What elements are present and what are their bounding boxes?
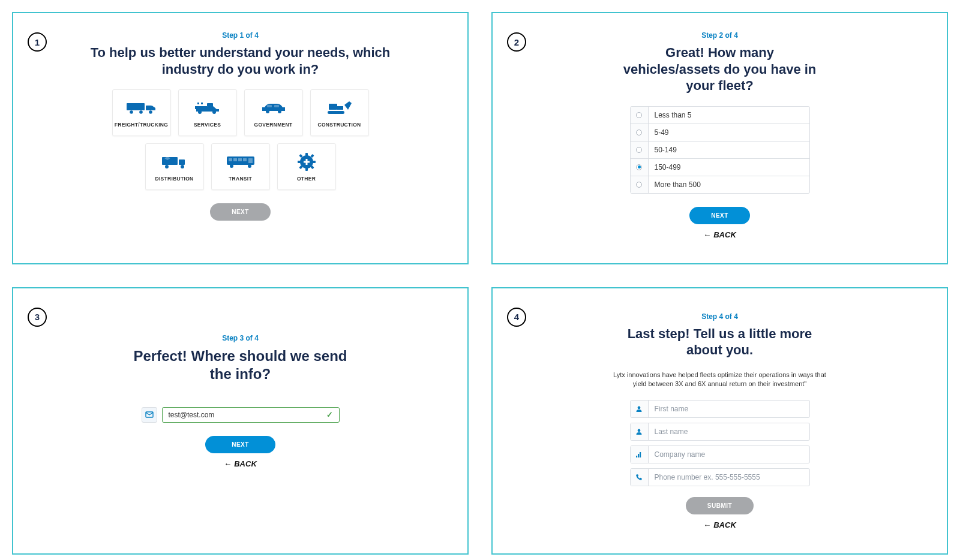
step-badge: 4: [507, 308, 526, 327]
first-name-field[interactable]: First name: [630, 400, 810, 418]
fleet-size-radio-group: Less than 5 5-49 50-149 150-499 More tha…: [630, 106, 810, 194]
svg-rect-26: [229, 158, 232, 161]
back-link[interactable]: BACK: [512, 520, 928, 529]
svg-rect-28: [238, 158, 242, 161]
email-value: test@test.com: [169, 411, 326, 419]
svg-rect-35: [305, 167, 308, 171]
svg-rect-0: [127, 103, 145, 110]
tile-other[interactable]: OTHER: [277, 143, 336, 190]
svg-rect-9: [197, 103, 199, 104]
person-icon: [631, 401, 649, 417]
svg-rect-22: [179, 159, 185, 165]
svg-point-7: [198, 110, 202, 114]
step-heading: Last step! Tell us a little more about y…: [612, 326, 828, 359]
step3-panel: 3 Step 3 of 4 Perfect! Where should we s…: [12, 287, 469, 555]
step-label: Step 4 of 4: [512, 312, 928, 321]
tile-distribution[interactable]: DISTRIBUTION: [145, 143, 204, 190]
steps-grid: 1 Step 1 of 4 To help us better understa…: [12, 12, 948, 555]
radio-dot: [636, 164, 642, 170]
svg-point-3: [139, 110, 143, 114]
check-icon: ✓: [326, 410, 333, 419]
svg-point-23: [165, 165, 169, 168]
radio-label: More than 500: [649, 180, 707, 189]
last-name-field[interactable]: Last name: [630, 423, 810, 441]
svg-rect-13: [267, 105, 272, 107]
person-icon: [631, 423, 649, 440]
bulldozer-icon: [326, 98, 353, 118]
car-icon: [261, 98, 286, 118]
radio-option-less-than-5[interactable]: Less than 5: [631, 107, 809, 124]
field-placeholder: Phone number ex. 555-555-5555: [655, 473, 760, 481]
next-button[interactable]: NEXT: [689, 207, 750, 224]
radio-option-more-than-500[interactable]: More than 500: [631, 176, 809, 193]
step-badge: 2: [507, 32, 526, 52]
svg-point-24: [181, 165, 184, 168]
svg-rect-15: [329, 104, 337, 110]
field-placeholder: First name: [655, 405, 689, 413]
svg-point-19: [334, 112, 336, 114]
next-button[interactable]: NEXT: [210, 203, 271, 221]
svg-rect-29: [243, 158, 247, 161]
svg-point-18: [329, 112, 332, 114]
svg-rect-6: [207, 103, 213, 107]
step-label: Step 1 of 4: [32, 31, 448, 40]
tile-services[interactable]: SERVICES: [178, 89, 237, 136]
tile-government[interactable]: GOVERNMENT: [244, 89, 303, 136]
svg-point-12: [278, 110, 281, 113]
svg-point-46: [638, 429, 641, 432]
tile-label: CONSTRUCTION: [317, 122, 361, 128]
next-button[interactable]: NEXT: [205, 436, 275, 453]
svg-point-2: [130, 110, 133, 114]
field-placeholder: Company name: [655, 450, 706, 459]
svg-rect-43: [304, 161, 310, 163]
phone-icon: [631, 469, 649, 486]
email-field-wrap: test@test.com ✓: [142, 407, 340, 423]
radio-label: 50-149: [649, 146, 683, 154]
tile-label: OTHER: [297, 176, 316, 182]
submit-button[interactable]: SUBMIT: [686, 497, 754, 514]
radio-dot: [636, 147, 642, 153]
contact-form: First name Last name Company name Phone …: [630, 400, 810, 486]
svg-rect-30: [248, 158, 253, 163]
tile-label: DISTRIBUTION: [155, 176, 193, 182]
company-name-field[interactable]: Company name: [630, 445, 810, 463]
svg-rect-10: [201, 103, 203, 104]
pickup-icon: [194, 98, 221, 118]
svg-rect-34: [305, 153, 308, 156]
email-input[interactable]: test@test.com ✓: [162, 407, 340, 423]
back-link[interactable]: BACK: [512, 230, 928, 239]
svg-point-31: [230, 164, 233, 168]
gear-plus-icon: [298, 152, 316, 172]
radio-label: Less than 5: [649, 111, 698, 119]
svg-rect-37: [312, 161, 316, 163]
truck-icon: [127, 98, 157, 118]
step-label: Step 3 of 4: [32, 334, 448, 342]
step-subtext: Lytx innovations have helped fleets opti…: [606, 371, 834, 390]
step2-panel: 2 Step 2 of 4 Great! How many vehicles/a…: [491, 12, 948, 264]
step-heading: Perfect! Where should we send the info?: [127, 347, 355, 383]
radio-label: 150-499: [649, 163, 687, 171]
svg-rect-14: [274, 105, 279, 107]
svg-rect-27: [233, 158, 237, 161]
tile-construction[interactable]: CONSTRUCTION: [310, 89, 369, 136]
back-link[interactable]: BACK: [32, 459, 448, 468]
phone-field[interactable]: Phone number ex. 555-555-5555: [630, 468, 810, 486]
svg-rect-47: [636, 456, 637, 457]
radio-option-50-149[interactable]: 50-149: [631, 141, 809, 159]
svg-point-45: [638, 407, 641, 410]
tile-freight-trucking[interactable]: FREIGHT/TRUCKING: [112, 89, 171, 136]
step-badge: 1: [28, 32, 47, 52]
step-heading: Great! How many vehicles/assets do you h…: [618, 44, 822, 94]
radio-dot: [636, 112, 642, 118]
industry-tiles: FREIGHT/TRUCKING SERVICES GOVERNMENT CON…: [109, 89, 373, 190]
step-heading: To help us better understand your needs,…: [85, 44, 397, 77]
tile-label: FREIGHT/TRUCKING: [115, 122, 168, 128]
tile-label: GOVERNMENT: [254, 122, 293, 128]
bus-icon: [226, 152, 256, 172]
svg-point-20: [338, 112, 340, 114]
radio-option-5-49[interactable]: 5-49: [631, 124, 809, 141]
svg-rect-16: [337, 106, 343, 110]
radio-option-150-499[interactable]: 150-499: [631, 159, 809, 176]
svg-rect-48: [638, 454, 639, 457]
tile-transit[interactable]: TRANSIT: [211, 143, 270, 190]
